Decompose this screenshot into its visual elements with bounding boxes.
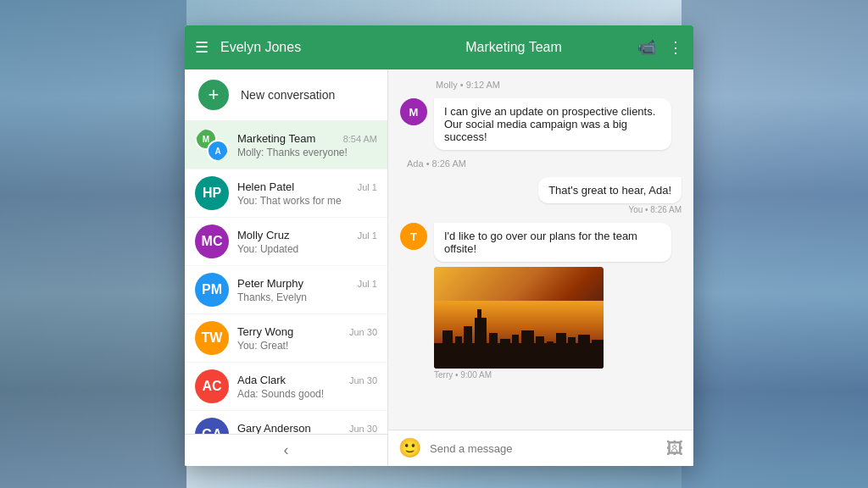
message-bubble-molly: I can give an update on prospective clie… [434, 98, 671, 150]
conv-name-row: Helen Patel Jul 1 [237, 180, 377, 193]
app-header: ☰ Evelyn Jones Marketing Team 📹 ⋮ [185, 25, 693, 69]
chat-message-input[interactable] [430, 442, 658, 455]
svg-rect-9 [512, 335, 519, 369]
conv-name: Ada Clark [237, 374, 286, 386]
sidebar: + New conversation M A Marketing Team [185, 69, 388, 466]
ada-timestamp-label: Ada • 8:26 AM [400, 158, 682, 169]
svg-rect-13 [556, 333, 566, 369]
hamburger-icon[interactable]: ☰ [195, 38, 209, 57]
conv-name: Marketing Team [237, 132, 315, 145]
header-left: ☰ Evelyn Jones [195, 38, 390, 57]
main-content: + New conversation M A Marketing Team [185, 69, 693, 466]
conv-time: Jul 1 [358, 182, 377, 192]
conv-preview: Thanks, Evelyn [237, 291, 377, 303]
avatar-marketing-team: M A [195, 128, 229, 162]
svg-rect-2 [442, 330, 453, 369]
conversation-item-terry-wong[interactable]: TW Terry Wong Jun 30 You: Great! [185, 314, 387, 363]
attach-image-icon[interactable]: 🖼 [666, 439, 683, 458]
header-chat-title: Marketing Team [465, 40, 562, 55]
emoji-button[interactable]: 🙂 [398, 437, 421, 459]
conv-time: Jul 1 [358, 279, 377, 289]
conv-time: 8:54 AM [343, 134, 377, 144]
conv-info-marketing-team: Marketing Team 8:54 AM Molly: Thanks eve… [237, 132, 377, 158]
conv-name-row: Molly Cruz Jul 1 [237, 229, 377, 241]
header-center: Marketing Team [390, 40, 637, 55]
message-image-attachment [434, 267, 604, 369]
new-conversation-label: New conversation [241, 88, 335, 102]
conversation-item-ada-clark[interactable]: AC Ada Clark Jun 30 Ada: Sounds good! [185, 363, 387, 411]
conv-name: Terry Wong [237, 325, 293, 338]
conv-time: Jun 30 [349, 424, 377, 434]
avatar-ada-clark: AC [195, 369, 229, 403]
svg-rect-6 [477, 309, 481, 369]
conv-info-peter-murphy: Peter Murphy Jul 1 Thanks, Evelyn [237, 277, 377, 303]
conv-time: Jul 1 [358, 230, 377, 241]
chat-messages: Molly • 9:12 AM M I can give an update o… [388, 69, 693, 430]
sidebar-back-button[interactable]: ‹ [185, 434, 387, 466]
conversation-item-molly-cruz[interactable]: MC Molly Cruz Jul 1 You: Updated [185, 218, 387, 266]
conv-name-row: Peter Murphy Jul 1 [237, 277, 377, 290]
message-bubble-terry: I'd like to go over our plans for the te… [434, 223, 671, 262]
svg-rect-15 [578, 335, 590, 369]
svg-rect-7 [489, 333, 498, 369]
avatar-terry-msg: T [400, 223, 427, 250]
conv-name-row: Ada Clark Jun 30 [237, 374, 377, 386]
conv-name: Gary Anderson [237, 422, 311, 435]
conv-name: Helen Patel [237, 180, 294, 193]
back-icon: ‹ [284, 441, 289, 459]
avatar-gary-anderson: GA [195, 418, 229, 434]
svg-rect-16 [592, 340, 604, 369]
header-username: Evelyn Jones [220, 40, 301, 55]
conv-preview: You: That works for me [237, 195, 377, 207]
new-conversation-button[interactable]: + New conversation [185, 69, 387, 121]
conversation-item-helen-patel[interactable]: HP Helen Patel Jul 1 You: That works for… [185, 169, 387, 218]
conversation-item-peter-murphy[interactable]: PM Peter Murphy Jul 1 Thanks, Evelyn [185, 266, 387, 314]
svg-rect-8 [500, 339, 510, 369]
svg-rect-3 [455, 336, 462, 369]
message-terry: T I'd like to go over our plans for the … [400, 223, 682, 380]
avatar-molly-cruz: MC [195, 225, 229, 258]
message-molly: M I can give an update on prospective cl… [400, 98, 682, 150]
message-you-reply: That's great to hear, Ada! You • 8:26 AM [400, 177, 682, 214]
msg-col-terry: I'd like to go over our plans for the te… [434, 223, 671, 380]
conv-preview: Ada: Sounds good! [237, 388, 377, 400]
conv-info-molly-cruz: Molly Cruz Jul 1 You: Updated [237, 229, 377, 255]
chat-panel: Molly • 9:12 AM M I can give an update o… [388, 69, 693, 466]
conv-preview: Molly: Thanks everyone! [237, 147, 377, 158]
conv-time: Jun 30 [349, 375, 377, 385]
svg-rect-10 [521, 330, 534, 369]
chat-input-area: 🙂 🖼 [388, 430, 693, 466]
molly-timestamp-label: Molly • 9:12 AM [400, 80, 682, 90]
svg-rect-12 [547, 341, 554, 369]
svg-rect-11 [536, 336, 544, 369]
message-bubble-you: That's great to hear, Ada! [538, 177, 682, 203]
conv-info-terry-wong: Terry Wong Jun 30 You: Great! [237, 325, 377, 352]
conv-name: Molly Cruz [237, 229, 289, 241]
conv-info-helen-patel: Helen Patel Jul 1 You: That works for me [237, 180, 377, 207]
conversation-list: M A Marketing Team 8:54 AM Molly: Thanks… [185, 121, 387, 434]
avatar-peter-murphy: PM [195, 273, 229, 307]
conv-time: Jun 30 [349, 327, 377, 337]
msg-col-molly: I can give an update on prospective clie… [434, 98, 671, 150]
conversation-item-gary-anderson[interactable]: GA Gary Anderson Jun 30 You: Great! [185, 411, 387, 434]
video-call-icon[interactable]: 📹 [637, 38, 656, 57]
new-conversation-icon: + [198, 80, 229, 110]
more-options-icon[interactable]: ⋮ [668, 38, 683, 57]
header-right: 📹 ⋮ [637, 38, 683, 57]
conv-info-gary-anderson: Gary Anderson Jun 30 You: Great! [237, 422, 377, 435]
app-window: ☰ Evelyn Jones Marketing Team 📹 ⋮ + New … [185, 25, 693, 466]
conv-name-row: Gary Anderson Jun 30 [237, 422, 377, 435]
conv-info-ada-clark: Ada Clark Jun 30 Ada: Sounds good! [237, 374, 377, 400]
conv-preview: You: Updated [237, 243, 377, 255]
svg-rect-14 [568, 337, 576, 369]
svg-rect-4 [464, 326, 472, 369]
avatar-terry-wong: TW [195, 321, 229, 355]
conv-name-row: Marketing Team 8:54 AM [237, 132, 377, 145]
msg-time-you: You • 8:26 AM [628, 205, 682, 214]
conv-name: Peter Murphy [237, 277, 303, 290]
conv-preview: You: Great! [237, 340, 377, 352]
conversation-item-marketing-team[interactable]: M A Marketing Team 8:54 AM Molly: Thanks… [185, 121, 387, 169]
conv-name-row: Terry Wong Jun 30 [237, 325, 377, 338]
avatar-molly-msg: M [400, 98, 427, 125]
msg-time-terry: Terry • 9:00 AM [434, 370, 671, 380]
